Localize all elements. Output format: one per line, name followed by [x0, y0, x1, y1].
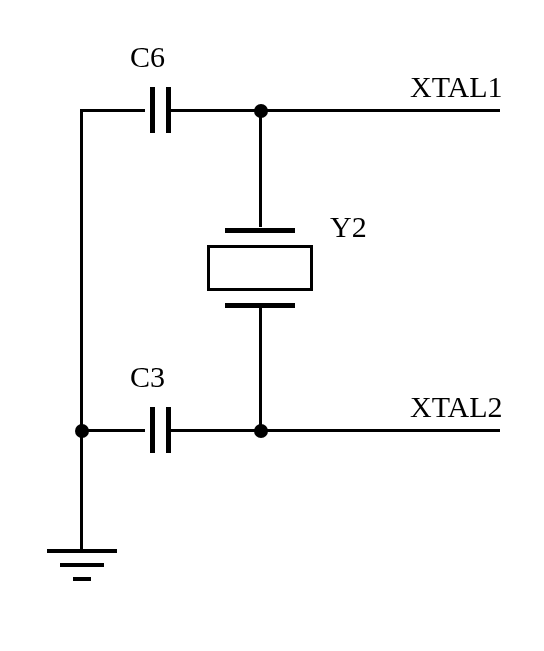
node-xtal1: [254, 104, 268, 118]
label-y2: Y2: [330, 210, 367, 244]
node-gnd-junction: [75, 424, 89, 438]
label-xtal2: XTAL2: [410, 390, 503, 424]
node-xtal2: [254, 424, 268, 438]
label-c3: C3: [130, 360, 165, 394]
crystal-oscillator-schematic: C6 C3 Y2 XTAL1 XTAL2: [20, 20, 520, 620]
label-xtal1: XTAL1: [410, 70, 503, 104]
label-c6: C6: [130, 40, 165, 74]
